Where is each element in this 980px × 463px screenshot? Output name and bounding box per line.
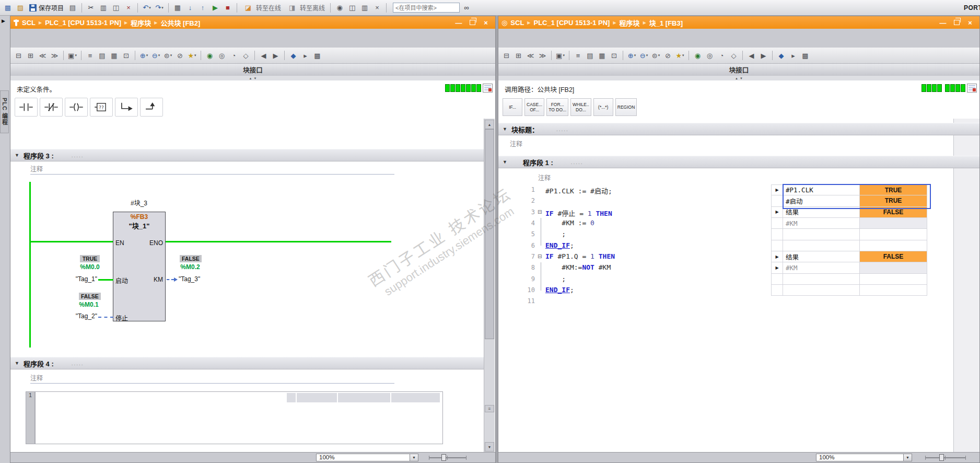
monitor-on-icon[interactable]: ◉ (204, 50, 215, 61)
add-input-icon[interactable]: ⊕▾ (138, 50, 149, 61)
minimize-button[interactable]: — (452, 18, 465, 28)
insert-network-icon[interactable]: ▤ (97, 50, 108, 61)
scl-editor-titlebar[interactable]: ◎ SCL▶PLC_1 [CPU 1513-1 PN]▶程序块▶块_1 [FB3… (498, 16, 979, 29)
favorites-icon[interactable]: ★▾ (674, 50, 685, 61)
code-text[interactable]: ; (545, 275, 566, 283)
start-cpu-icon[interactable]: ▶ (209, 2, 221, 14)
snapshot-icon[interactable]: ◔ (228, 50, 239, 61)
settings-icon[interactable]: ◆ (776, 50, 787, 61)
pin-eno[interactable]: ENO (149, 239, 163, 247)
block-title-placeholder[interactable]: ..... (556, 126, 569, 132)
monitor-value[interactable] (860, 218, 927, 229)
scl-code-area[interactable]: 1#P1.CLK := #启动;▶#P1.CLKTRUE2#启动TRUE3⊟IF… (498, 184, 953, 309)
monitor-value[interactable] (860, 274, 927, 285)
operand-address[interactable]: %M0.0 (78, 263, 101, 271)
code-line[interactable]: 5 ; (498, 229, 953, 240)
monitor-off-icon[interactable]: ◎ (704, 50, 715, 61)
close-editor-icon[interactable]: × (371, 2, 383, 14)
insert-empty-box-icon[interactable]: ▦ (109, 50, 120, 61)
network-4-title-placeholder[interactable]: ..... (72, 361, 84, 366)
collapse-regions-icon[interactable]: ⊟ (501, 50, 512, 61)
monitor-off-icon[interactable]: ◎ (216, 50, 227, 61)
expand-networks-icon[interactable]: ⊞ (25, 50, 36, 61)
network-1-title-placeholder[interactable]: ..... (571, 159, 584, 165)
close-button[interactable]: × (964, 18, 976, 28)
lad-editor-content[interactable]: ▼ 程序段 3 : ..... 注释 #块_3 %FB3 "块_1" EN EN… (10, 119, 495, 453)
remove-input-icon[interactable]: ⊖▾ (150, 50, 161, 61)
layout-icon[interactable]: ▩ (312, 50, 323, 61)
zoom-slider[interactable] (925, 454, 966, 461)
zoom-dropdown-icon[interactable]: ▼ (410, 454, 418, 461)
remove-input-icon[interactable]: ⊖▾ (638, 50, 649, 61)
block-comment[interactable]: 注释 (510, 139, 522, 148)
add-input-icon[interactable]: ⊕▾ (626, 50, 637, 61)
monitor-value[interactable] (860, 285, 927, 296)
scroll-up-button[interactable]: ▲ (485, 120, 494, 129)
save-project-button[interactable]: 保存项目 (27, 2, 66, 14)
pin-input-2[interactable]: 停止 (115, 314, 128, 322)
indent-icon[interactable]: ≫ (537, 50, 548, 61)
monitor-on-icon[interactable]: ◉ (692, 50, 703, 61)
go-online-button[interactable]: ◪ 转至在线 (240, 2, 283, 14)
settings-icon[interactable]: ◆ (288, 50, 299, 61)
compare-icon[interactable]: ⊜▾ (650, 50, 661, 61)
operand-tag[interactable]: "Tag_3" (179, 275, 215, 283)
code-text[interactable]: ; (545, 230, 566, 238)
go-offline-button[interactable]: ◨ 转至离线 (284, 2, 327, 14)
snippet-case-button[interactable]: CASE... OF... (524, 98, 544, 116)
monitor-value[interactable] (860, 240, 927, 251)
undo-icon[interactable]: ↶▾ (141, 2, 153, 14)
open-branch-icon[interactable] (115, 98, 138, 117)
breadcrumb-item[interactable]: 程序块 (131, 18, 151, 28)
code-line[interactable]: 4 #KM := 0#KM (498, 218, 953, 229)
code-line[interactable]: 2#启动TRUE (498, 195, 953, 206)
window-columns-icon[interactable]: ▥ (359, 2, 370, 14)
open-project-icon[interactable]: ▨ (15, 2, 26, 14)
snippet-while-button[interactable]: WHILE.. DO... (570, 98, 591, 116)
zoom-slider-thumb[interactable] (441, 454, 446, 461)
monitor-toggle-icon[interactable] (483, 84, 493, 92)
block-interface-bar[interactable]: 块接口 (10, 64, 495, 76)
code-text[interactable]: IF #P1.Q = 1 THEN (545, 252, 615, 260)
outdent-icon[interactable]: ≪ (525, 50, 536, 61)
network-1-header[interactable]: ▼ 程序段 1 : ..... (498, 156, 979, 168)
monitor-value[interactable] (860, 262, 927, 273)
operand-address[interactable]: %M0.2 (179, 263, 202, 271)
operand-tag[interactable]: "Tag_1" (67, 275, 97, 283)
instance-name[interactable]: #块_3 (108, 198, 170, 207)
code-text[interactable]: #KM:=NOT #KM (545, 263, 611, 271)
monitor-value[interactable]: TRUE (860, 184, 927, 195)
monitor-operand-name[interactable]: #P1.CLK (783, 184, 860, 195)
zoom-dropdown-icon[interactable]: ▼ (903, 454, 912, 461)
code-line[interactable]: 7⊟IF #P1.Q = 1 THEN▶结果FALSE (498, 251, 953, 262)
minimize-button[interactable]: — (937, 18, 949, 28)
comment-icon[interactable]: ⊡ (609, 50, 620, 61)
network-4-comment[interactable]: 注释 (30, 373, 394, 384)
network-4-header[interactable]: ▼ 程序段 4 : ..... (10, 357, 484, 369)
project-search-input[interactable] (393, 3, 460, 13)
monitor-value[interactable]: FALSE (860, 251, 927, 262)
breadcrumb-item[interactable]: 块_1 [FB3] (649, 18, 683, 28)
print-icon[interactable]: ▤ (67, 2, 78, 14)
collapse-networks-icon[interactable]: ⊟ (13, 50, 24, 61)
snippet-for-button[interactable]: FOR... TO DO... (546, 98, 568, 116)
snippet-if-button[interactable]: IF... (503, 98, 522, 116)
network-3-comment[interactable]: 注释 (30, 164, 394, 175)
scl-editor-content[interactable]: ▼ 块标题： ..... 注释 ▼ 程序段 1 : ..... 注释 1#P1.… (498, 119, 979, 453)
block-interface-bar[interactable]: 块接口 (498, 64, 979, 76)
previous-icon[interactable]: ◀ (258, 50, 269, 61)
retain-values-icon[interactable]: ◇ (728, 50, 739, 61)
monitor-operand-name[interactable]: 结果 (783, 251, 860, 262)
insert-empty-box-icon[interactable]: ▦ (597, 50, 608, 61)
zoom-select[interactable]: 100% ▼ (816, 454, 912, 461)
copy-icon[interactable]: ▥ (98, 2, 109, 14)
more-icon[interactable]: ▸ (788, 50, 799, 61)
breadcrumb-item[interactable]: 公共块 [FB2] (160, 18, 200, 28)
absolute-operands-icon[interactable]: ▣▾ (555, 50, 566, 61)
monitor-value[interactable]: FALSE (860, 207, 927, 218)
fold-collapse-icon[interactable]: ⊟ (538, 209, 542, 215)
network-overview-icon[interactable]: ≡ (85, 50, 96, 61)
code-text[interactable]: #KM := 0 (545, 219, 594, 227)
lad-editor-titlebar[interactable]: SCL▶PLC_1 [CPU 1513-1 PN]▶程序块▶公共块 [FB2] … (10, 16, 495, 29)
monitor-operand-name[interactable]: #KM (783, 262, 860, 273)
